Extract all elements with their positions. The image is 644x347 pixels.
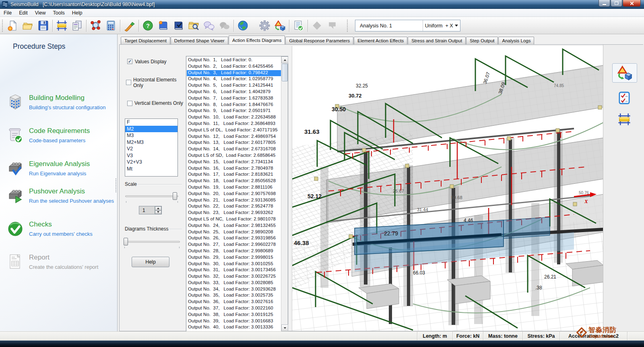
menu-edit[interactable]: Edit	[15, 9, 31, 17]
output-row[interactable]: Output No. 25, Load Factor: 2.9890208	[187, 229, 281, 236]
tab-target-displacement[interactable]: Target Displacement	[121, 37, 170, 44]
step-results-button[interactable]	[291, 19, 305, 32]
output-row[interactable]: Output No. 23, Load Factor: 2.9693262	[187, 210, 281, 216]
frame-sections-button[interactable]	[55, 19, 68, 32]
scale-up-button[interactable]	[155, 206, 161, 210]
output-row[interactable]: Output No. 11, Load Factor: 2.36864893	[187, 121, 281, 127]
output-row[interactable]: Output No. 13, Load Factor: 2.60177805	[187, 140, 281, 146]
output-row[interactable]: Output No. 12, Load Factor: 2.49869754	[187, 134, 281, 140]
horizontal-elements-checkbox[interactable]	[126, 80, 131, 85]
diagram-type-listbox[interactable]: FM2M3M2+M3V2V3V2+V3Mt	[125, 118, 178, 177]
scroll-down-arrow[interactable]	[281, 324, 288, 331]
output-row[interactable]: Output No. 36, Load Factor: 3.0027616	[187, 299, 281, 305]
checks-list-side-button[interactable]	[619, 91, 630, 104]
diagram-type-option[interactable]: M3	[125, 132, 178, 139]
sidebar-splitter[interactable]	[116, 179, 116, 192]
output-row[interactable]: Output No. 21, Load Factor: 2.93136085	[187, 197, 281, 204]
menu-view[interactable]: View	[31, 9, 50, 17]
output-row[interactable]: Output No. 34, Load Factor: 3.00293628	[187, 287, 281, 293]
diagram-type-option[interactable]: V2	[125, 145, 178, 152]
step-title[interactable]: Report	[29, 253, 50, 262]
output-row[interactable]: Output LS of NC, Load Factor: 2.9801078	[187, 216, 281, 223]
output-row[interactable]: Output No. 3, Load Factor: 0.798422	[187, 70, 281, 77]
sidebar-item-checks[interactable]: Checks Carry out members' checks	[0, 220, 118, 242]
output-row[interactable]: Output No. 8, Load Factor: 1.84476676	[187, 102, 281, 108]
tab-analysis-logs[interactable]: Analysis Logs	[498, 37, 534, 44]
minimize-button[interactable]	[599, 0, 610, 7]
output-row[interactable]: Output No. 35, Load Factor: 3.0025735	[187, 293, 281, 299]
tab-global-response-parameters[interactable]: Global Response Parameters	[285, 37, 353, 44]
toolbar-grip[interactable]	[2, 20, 4, 32]
output-row[interactable]: Output No. 29, Load Factor: 2.9998015	[187, 255, 281, 261]
new-project-button[interactable]	[6, 19, 19, 32]
output-row[interactable]: Output No. 18, Load Factor: 2.85056528	[187, 178, 281, 185]
analysis-selector[interactable]: Analysis No. 1 Uniform + X	[355, 20, 460, 31]
scroll-up-arrow[interactable]	[281, 56, 288, 63]
output-row[interactable]: Output No. 14, Load Factor: 2.67316708	[187, 146, 281, 153]
tab-deformed-shape-viewer[interactable]: Deformed Shape Viewer	[171, 37, 228, 44]
sidebar-item-building-modelling[interactable]: Building Modelling Building's structural…	[0, 93, 118, 116]
output-row[interactable]: Output No. 15, Load Factor: 2.7341134	[187, 159, 281, 166]
scale-down-button[interactable]	[155, 210, 161, 214]
checks-book-button[interactable]	[171, 19, 185, 32]
menu-tools[interactable]: Tools	[50, 9, 68, 17]
help-button[interactable]: Help	[132, 257, 169, 267]
output-row[interactable]: Output No. 39, Load Factor: 3.0016683	[187, 318, 281, 325]
model-3d-button[interactable]	[89, 19, 102, 32]
toolbar-grip[interactable]	[347, 20, 349, 32]
scale-spinner[interactable]: 1	[139, 206, 162, 214]
menu-file[interactable]: File	[0, 9, 15, 17]
thickness-slider[interactable]	[124, 238, 180, 245]
output-row[interactable]: Output No. 38, Load Factor: 3.0019125	[187, 312, 281, 318]
output-row[interactable]: Output LS of DL, Load Factor: 2.40717195	[187, 127, 281, 134]
open-project-button[interactable]	[21, 19, 35, 32]
website-button[interactable]	[236, 19, 250, 32]
output-row[interactable]: Output No. 4, Load Factor: 1.02958779	[187, 76, 281, 83]
vertical-elements-checkbox[interactable]	[127, 101, 132, 106]
feedback-button[interactable]	[202, 19, 216, 32]
output-row[interactable]: Output No. 31, Load Factor: 3.00173456	[187, 267, 281, 274]
output-row[interactable]: Output No. 37, Load Factor: 3.0022160	[187, 305, 281, 312]
help-button-toolbar[interactable]: ?	[141, 19, 155, 32]
output-row[interactable]: Output No. 33, Load Factor: 3.0028085	[187, 280, 281, 287]
output-row[interactable]: Output No. 27, Load Factor: 2.99602278	[187, 242, 281, 248]
diagram-type-option[interactable]: M2	[125, 126, 178, 133]
output-row[interactable]: Output No. 26, Load Factor: 2.99319856	[187, 235, 281, 242]
output-steps-list[interactable]: Output No. 1, Load Factor: 0.Output No. …	[186, 56, 288, 332]
output-row[interactable]: Output No. 32, Load Factor: 3.00226725	[187, 274, 281, 280]
settings-button[interactable]	[258, 19, 271, 32]
tab-element-action-effects[interactable]: Element Action Effects	[354, 37, 407, 44]
output-row[interactable]: Output No. 22, Load Factor: 2.9524778	[187, 204, 281, 210]
output-row[interactable]: Output No. 9, Load Factor: 2.0501971	[187, 108, 281, 114]
output-row[interactable]: Output No. 16, Load Factor: 2.7804978	[187, 166, 281, 172]
diagram-type-option[interactable]: Mt	[125, 166, 178, 172]
title-bar[interactable]: SeismoBuild [C:\Users\santon\Desktop\Zoi…	[0, 0, 644, 9]
step-title[interactable]: Checks	[29, 220, 52, 229]
step-subtitle[interactable]: Run Eigenvalue analysis	[29, 170, 86, 177]
sidebar-item-pushover-analysis[interactable]: Pushover Analysis Run the selected Pusho…	[0, 187, 118, 209]
step-title[interactable]: Eigenvalue Analysis	[29, 160, 90, 168]
examples-folder-button[interactable]	[187, 19, 200, 32]
step-title[interactable]: Building Modelling	[29, 94, 85, 102]
save-project-button[interactable]	[36, 19, 50, 32]
step-subtitle[interactable]: Carry out members' checks	[29, 231, 93, 237]
scale-slider-thumb[interactable]	[173, 192, 177, 200]
menu-help[interactable]: Help	[68, 9, 86, 17]
output-row[interactable]: Output No. 5, Load Factor: 1.24125441	[187, 83, 281, 89]
output-row[interactable]: Output No. 24, Load Factor: 2.98132455	[187, 223, 281, 229]
user-manual-button[interactable]	[156, 19, 170, 32]
step-subtitle[interactable]: Building's structural configuration	[29, 104, 105, 110]
model-3d-viewport[interactable]: 31.63 30.50 30.72 32.25 52.12 22.79 46.3…	[292, 46, 603, 331]
output-row[interactable]: Output No. 40, Load Factor: 3.0013336	[187, 324, 281, 331]
scroll-thumb[interactable]	[282, 64, 288, 81]
diagram-type-option[interactable]: V3	[125, 152, 178, 159]
tab-stress-strain-output[interactable]: Stress and Strain Output	[408, 37, 466, 44]
sidebar-item-eigenvalue-analysis[interactable]: Eigenvalue Analysis Run Eigenvalue analy…	[0, 159, 118, 182]
output-scrollbar[interactable]	[281, 56, 288, 331]
dropdown-arrow-icon[interactable]	[453, 25, 460, 27]
output-row[interactable]: Output No. 1, Load Factor: 0.	[187, 57, 281, 64]
step-title[interactable]: Pushover Analysis	[29, 187, 85, 195]
output-row[interactable]: Output No. 7, Load Factor: 1.62783538	[187, 96, 281, 102]
output-row[interactable]: Output No. 20, Load Factor: 2.90757698	[187, 191, 281, 197]
run-analysis-side-button[interactable]	[612, 63, 637, 83]
